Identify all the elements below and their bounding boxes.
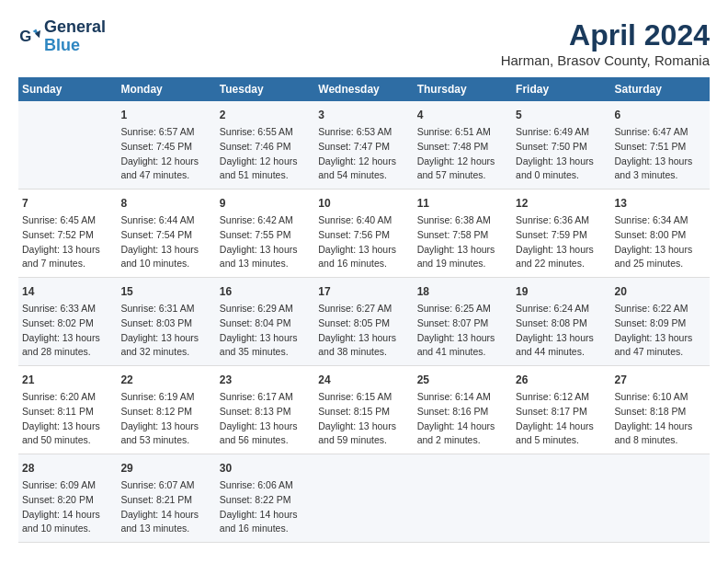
- calendar-cell: [314, 454, 413, 543]
- calendar-cell: 3Sunrise: 6:53 AM Sunset: 7:47 PM Daylig…: [314, 101, 413, 190]
- day-info: Sunrise: 6:44 AM Sunset: 7:54 PM Dayligh…: [120, 213, 211, 271]
- day-number: 10: [318, 195, 409, 212]
- logo-line1: General: [44, 18, 106, 37]
- day-info: Sunrise: 6:25 AM Sunset: 8:07 PM Dayligh…: [417, 302, 508, 360]
- page-header: G General Blue April 2024 Harman, Brasov…: [18, 18, 710, 68]
- header-cell-tuesday: Tuesday: [216, 77, 314, 101]
- week-row-4: 21Sunrise: 6:20 AM Sunset: 8:11 PM Dayli…: [18, 366, 710, 454]
- header-cell-monday: Monday: [117, 77, 215, 101]
- calendar-cell: 18Sunrise: 6:25 AM Sunset: 8:07 PM Dayli…: [414, 278, 512, 366]
- day-number: 25: [417, 372, 508, 388]
- calendar-cell: 1Sunrise: 6:57 AM Sunset: 7:45 PM Daylig…: [117, 101, 215, 190]
- calendar-cell: [611, 454, 710, 543]
- calendar-cell: 12Sunrise: 6:36 AM Sunset: 7:59 PM Dayli…: [512, 190, 610, 278]
- calendar-cell: 24Sunrise: 6:15 AM Sunset: 8:15 PM Dayli…: [314, 366, 413, 454]
- logo-icon: G: [18, 26, 40, 48]
- day-info: Sunrise: 6:33 AM Sunset: 8:02 PM Dayligh…: [22, 302, 113, 360]
- calendar-cell: 5Sunrise: 6:49 AM Sunset: 7:50 PM Daylig…: [512, 101, 610, 190]
- day-info: Sunrise: 6:51 AM Sunset: 7:48 PM Dayligh…: [417, 125, 508, 183]
- calendar-cell: 28Sunrise: 6:09 AM Sunset: 8:20 PM Dayli…: [18, 454, 117, 543]
- calendar-cell: 29Sunrise: 6:07 AM Sunset: 8:21 PM Dayli…: [117, 454, 215, 543]
- header-cell-sunday: Sunday: [18, 77, 117, 101]
- day-number: 22: [120, 372, 211, 388]
- calendar-cell: [414, 454, 512, 543]
- day-number: 26: [516, 372, 607, 388]
- day-number: 16: [220, 283, 311, 300]
- week-row-2: 7Sunrise: 6:45 AM Sunset: 7:52 PM Daylig…: [18, 190, 710, 278]
- calendar-cell: 20Sunrise: 6:22 AM Sunset: 8:09 PM Dayli…: [611, 278, 710, 366]
- calendar-cell: 2Sunrise: 6:55 AM Sunset: 7:46 PM Daylig…: [216, 101, 314, 190]
- day-info: Sunrise: 6:07 AM Sunset: 8:21 PM Dayligh…: [120, 478, 211, 536]
- day-info: Sunrise: 6:19 AM Sunset: 8:12 PM Dayligh…: [120, 390, 211, 448]
- day-number: 17: [318, 283, 409, 300]
- day-info: Sunrise: 6:57 AM Sunset: 7:45 PM Dayligh…: [120, 125, 211, 183]
- calendar-cell: 22Sunrise: 6:19 AM Sunset: 8:12 PM Dayli…: [117, 366, 215, 454]
- day-info: Sunrise: 6:31 AM Sunset: 8:03 PM Dayligh…: [120, 302, 211, 360]
- day-number: 6: [615, 107, 706, 123]
- day-number: 15: [120, 283, 211, 300]
- calendar-cell: 27Sunrise: 6:10 AM Sunset: 8:18 PM Dayli…: [611, 366, 710, 454]
- svg-text:G: G: [19, 28, 31, 45]
- day-number: 14: [22, 283, 113, 300]
- subtitle: Harman, Brasov County, Romania: [501, 52, 710, 68]
- calendar-cell: 30Sunrise: 6:06 AM Sunset: 8:22 PM Dayli…: [216, 454, 314, 543]
- logo: G General Blue: [18, 18, 106, 55]
- calendar-body: 1Sunrise: 6:57 AM Sunset: 7:45 PM Daylig…: [18, 101, 710, 543]
- day-number: 24: [318, 372, 409, 388]
- calendar-table: SundayMondayTuesdayWednesdayThursdayFrid…: [18, 77, 710, 543]
- calendar-cell: 15Sunrise: 6:31 AM Sunset: 8:03 PM Dayli…: [117, 278, 215, 366]
- logo-line2: Blue: [44, 37, 106, 55]
- day-info: Sunrise: 6:27 AM Sunset: 8:05 PM Dayligh…: [318, 302, 409, 360]
- calendar-cell: 7Sunrise: 6:45 AM Sunset: 7:52 PM Daylig…: [18, 190, 117, 278]
- day-number: 13: [615, 195, 706, 212]
- day-number: 21: [22, 372, 113, 388]
- day-number: 8: [120, 195, 211, 212]
- day-number: 11: [417, 195, 508, 212]
- day-info: Sunrise: 6:36 AM Sunset: 7:59 PM Dayligh…: [516, 213, 607, 271]
- week-row-5: 28Sunrise: 6:09 AM Sunset: 8:20 PM Dayli…: [18, 454, 710, 543]
- day-number: 27: [615, 372, 706, 388]
- calendar-cell: 13Sunrise: 6:34 AM Sunset: 8:00 PM Dayli…: [611, 190, 710, 278]
- calendar-cell: 19Sunrise: 6:24 AM Sunset: 8:08 PM Dayli…: [512, 278, 610, 366]
- day-info: Sunrise: 6:09 AM Sunset: 8:20 PM Dayligh…: [22, 478, 113, 536]
- calendar-cell: 17Sunrise: 6:27 AM Sunset: 8:05 PM Dayli…: [314, 278, 413, 366]
- day-info: Sunrise: 6:22 AM Sunset: 8:09 PM Dayligh…: [615, 302, 706, 360]
- title-block: April 2024 Harman, Brasov County, Romani…: [501, 18, 710, 68]
- logo-text: General Blue: [44, 18, 106, 55]
- day-number: 12: [516, 195, 607, 212]
- header-row: SundayMondayTuesdayWednesdayThursdayFrid…: [18, 77, 710, 101]
- calendar-cell: 25Sunrise: 6:14 AM Sunset: 8:16 PM Dayli…: [414, 366, 512, 454]
- day-info: Sunrise: 6:45 AM Sunset: 7:52 PM Dayligh…: [22, 213, 113, 271]
- day-number: 7: [22, 195, 113, 212]
- day-info: Sunrise: 6:20 AM Sunset: 8:11 PM Dayligh…: [22, 390, 113, 448]
- day-number: 5: [516, 107, 607, 123]
- calendar-cell: 21Sunrise: 6:20 AM Sunset: 8:11 PM Dayli…: [18, 366, 117, 454]
- day-info: Sunrise: 6:24 AM Sunset: 8:08 PM Dayligh…: [516, 302, 607, 360]
- calendar-cell: 23Sunrise: 6:17 AM Sunset: 8:13 PM Dayli…: [216, 366, 314, 454]
- calendar-cell: 8Sunrise: 6:44 AM Sunset: 7:54 PM Daylig…: [117, 190, 215, 278]
- day-number: 19: [516, 283, 607, 300]
- day-number: 28: [22, 460, 113, 477]
- main-title: April 2024: [501, 18, 710, 52]
- day-number: 30: [220, 460, 311, 477]
- day-number: 20: [615, 283, 706, 300]
- day-number: 2: [220, 107, 311, 123]
- day-info: Sunrise: 6:29 AM Sunset: 8:04 PM Dayligh…: [220, 302, 311, 360]
- day-info: Sunrise: 6:17 AM Sunset: 8:13 PM Dayligh…: [220, 390, 311, 448]
- header-cell-friday: Friday: [512, 77, 610, 101]
- day-number: 4: [417, 107, 508, 123]
- day-info: Sunrise: 6:55 AM Sunset: 7:46 PM Dayligh…: [220, 125, 311, 183]
- calendar-header: SundayMondayTuesdayWednesdayThursdayFrid…: [18, 77, 710, 101]
- day-number: 18: [417, 283, 508, 300]
- calendar-cell: 26Sunrise: 6:12 AM Sunset: 8:17 PM Dayli…: [512, 366, 610, 454]
- day-info: Sunrise: 6:10 AM Sunset: 8:18 PM Dayligh…: [615, 390, 706, 448]
- header-cell-thursday: Thursday: [414, 77, 512, 101]
- calendar-cell: 9Sunrise: 6:42 AM Sunset: 7:55 PM Daylig…: [216, 190, 314, 278]
- day-info: Sunrise: 6:12 AM Sunset: 8:17 PM Dayligh…: [516, 390, 607, 448]
- calendar-cell: [18, 101, 117, 190]
- day-info: Sunrise: 6:15 AM Sunset: 8:15 PM Dayligh…: [318, 390, 409, 448]
- day-info: Sunrise: 6:40 AM Sunset: 7:56 PM Dayligh…: [318, 213, 409, 271]
- header-cell-saturday: Saturday: [611, 77, 710, 101]
- day-info: Sunrise: 6:42 AM Sunset: 7:55 PM Dayligh…: [220, 213, 311, 271]
- day-number: 1: [120, 107, 211, 123]
